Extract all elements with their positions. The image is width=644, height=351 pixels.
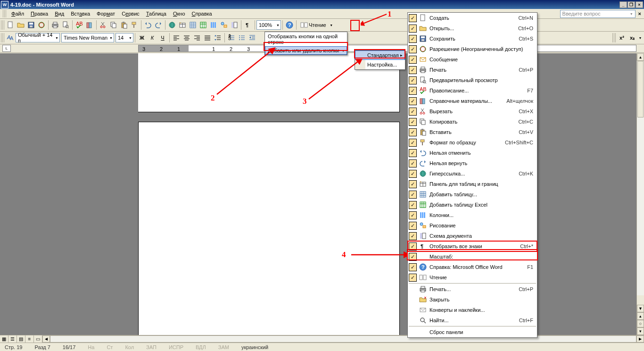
copy-button[interactable] bbox=[108, 20, 119, 30]
help-question-input[interactable]: Введите вопрос ▼ bbox=[560, 10, 636, 18]
styles-pane-button[interactable]: AA bbox=[5, 33, 16, 43]
customize-item-print[interactable]: ✓ПечатьCtrl+P bbox=[408, 65, 537, 75]
superscript-button[interactable]: x² bbox=[617, 33, 627, 43]
scroll-up-button[interactable]: ▲ bbox=[637, 53, 644, 61]
menu-format[interactable]: Формат bbox=[93, 10, 118, 17]
customize-bottom-item-envelope[interactable]: Конверты и наклейки... bbox=[408, 305, 537, 315]
insert-excel-button[interactable] bbox=[198, 20, 208, 30]
print-preview-button[interactable] bbox=[60, 20, 71, 30]
scroll-left-button[interactable]: ◀ bbox=[42, 335, 50, 343]
customize-item-insert-excel[interactable]: ✓Добавить таблицу Excel bbox=[408, 200, 537, 210]
justify-button[interactable] bbox=[202, 33, 213, 43]
web-view-button[interactable]: ☰ bbox=[8, 335, 17, 343]
menu-file[interactable]: Файл bbox=[8, 10, 27, 17]
decrease-indent-button[interactable] bbox=[247, 33, 257, 43]
style-combo[interactable]: Обычный + 14 п▼ bbox=[16, 33, 60, 42]
print-button[interactable] bbox=[50, 20, 60, 30]
cut-button[interactable] bbox=[98, 20, 108, 30]
tables-borders-button[interactable] bbox=[177, 20, 188, 30]
customize-bottom-item-print[interactable]: Печать...Ctrl+P bbox=[408, 284, 537, 294]
customize-item-spell[interactable]: ✓ABCПравописание...F7 bbox=[408, 85, 537, 96]
close-button[interactable]: × bbox=[636, 1, 643, 8]
customize-item-cut[interactable]: ✓ВырезатьCtrl+X bbox=[408, 106, 537, 117]
bold-button[interactable]: Ж bbox=[137, 33, 147, 43]
status-rec[interactable]: ЗАП bbox=[143, 344, 159, 350]
status-trk[interactable]: ИСПР bbox=[166, 344, 186, 350]
save-button[interactable] bbox=[26, 20, 36, 30]
customize-bottom-item-find[interactable]: Найти...Ctrl+F bbox=[408, 315, 537, 326]
doc-map-button[interactable] bbox=[229, 20, 239, 30]
scroll-right-button[interactable]: ▶ bbox=[636, 335, 644, 343]
menu-window[interactable]: Окно bbox=[170, 10, 189, 17]
customize-item-save[interactable]: ✓СохранитьCtrl+S bbox=[408, 33, 537, 44]
customize-item-hyperlink[interactable]: ✓Гиперссылка...Ctrl+K bbox=[408, 168, 537, 179]
columns-button[interactable] bbox=[208, 20, 219, 30]
paste-button[interactable] bbox=[119, 20, 129, 30]
show-one-row-item[interactable]: Отображать кнопки на одной строке bbox=[265, 32, 347, 46]
numbered-list-button[interactable]: 123 bbox=[226, 33, 237, 43]
prev-page-button[interactable]: ▴ bbox=[637, 312, 644, 320]
customize-item-doc-map[interactable]: ✓Схема документа bbox=[408, 231, 537, 241]
hyperlink-button[interactable] bbox=[167, 20, 177, 30]
tab-selector[interactable]: L bbox=[2, 45, 11, 52]
reset-toolbar-item[interactable]: Сброс панели bbox=[408, 327, 537, 337]
print-layout-view-button[interactable]: ▤ bbox=[17, 335, 25, 343]
close-doc-button[interactable]: × bbox=[638, 11, 641, 17]
subscript-button[interactable]: x₂ bbox=[627, 33, 637, 43]
customize-item-reading[interactable]: ✓Чтение bbox=[408, 272, 537, 283]
italic-button[interactable]: К bbox=[147, 33, 157, 43]
customize-item-tables-borders[interactable]: ✓Панель для таблиц и границ bbox=[408, 179, 537, 189]
vertical-scrollbar[interactable]: ▲ ▼ ▴ ○ ▾ bbox=[636, 53, 644, 335]
scroll-thumb[interactable] bbox=[637, 61, 644, 117]
open-button[interactable] bbox=[16, 20, 26, 30]
grip-icon[interactable] bbox=[1, 33, 4, 42]
customize-item-open[interactable]: ✓Открыть...Ctrl+O bbox=[408, 23, 537, 33]
add-remove-buttons-item[interactable]: Добавить или удалить кнопки▾ bbox=[265, 46, 347, 55]
browse-object-button[interactable]: ○ bbox=[637, 320, 644, 327]
customize-item-research[interactable]: ✓Справочные материалы...Alt+щелчок bbox=[408, 96, 537, 106]
show-marks-button[interactable]: ¶ bbox=[243, 20, 253, 30]
toolbar2-options-button[interactable]: ▼ bbox=[637, 33, 643, 43]
outline-view-button[interactable]: ≡ bbox=[25, 335, 34, 343]
menu-insert[interactable]: Вставка bbox=[67, 10, 93, 17]
status-ovr[interactable]: ЗАМ bbox=[215, 344, 232, 350]
permission-button[interactable] bbox=[36, 20, 47, 30]
customize-item-drawing[interactable]: ✓Рисование bbox=[408, 220, 537, 231]
scroll-down-button[interactable]: ▼ bbox=[637, 305, 644, 312]
status-lang[interactable]: украинский bbox=[239, 344, 271, 350]
reading-view-button[interactable]: ▭ bbox=[34, 335, 42, 343]
zoom-combo[interactable]: 100%▼ bbox=[256, 20, 281, 30]
hscroll-track[interactable] bbox=[50, 335, 636, 343]
normal-view-button[interactable]: ▦ bbox=[0, 335, 8, 343]
font-size-combo[interactable]: 14▼ bbox=[116, 33, 133, 42]
reading-button[interactable]: Чтение bbox=[298, 20, 329, 30]
align-left-button[interactable] bbox=[171, 33, 182, 43]
customize-item-help[interactable]: ✓?Справка: Microsoft Office WordF1 bbox=[408, 262, 537, 272]
undo-button[interactable] bbox=[143, 20, 153, 30]
menu-tools[interactable]: Сервис bbox=[118, 10, 143, 17]
customize-item-undo[interactable]: ✓Нельзя отменить bbox=[408, 148, 537, 158]
customize-item-paste[interactable]: ✓ВставитьCtrl+V bbox=[408, 127, 537, 137]
customize-item-columns[interactable]: ✓Колонки... bbox=[408, 210, 537, 220]
grip-icon[interactable] bbox=[1, 20, 4, 30]
customize-item-copy[interactable]: ✓КопироватьCtrl+C bbox=[408, 117, 537, 127]
menu-table[interactable]: Таблица bbox=[143, 10, 170, 17]
standard-toolbar-item[interactable]: Стандартная bbox=[355, 50, 405, 60]
insert-table-button[interactable] bbox=[188, 20, 198, 30]
customize-item-new[interactable]: ✓СоздатьCtrl+N bbox=[408, 13, 537, 23]
align-right-button[interactable] bbox=[192, 33, 202, 43]
font-combo[interactable]: Times New Roman▼ bbox=[61, 33, 114, 42]
new-button[interactable] bbox=[5, 20, 16, 30]
help-button[interactable]: ? bbox=[284, 20, 295, 30]
customize-item-mail[interactable]: ✓Сообщение bbox=[408, 54, 537, 65]
next-page-button[interactable]: ▾ bbox=[637, 327, 644, 335]
customize-item-insert-table[interactable]: ✓Добавить таблицу... bbox=[408, 189, 537, 200]
menu-edit[interactable]: Правка bbox=[27, 10, 51, 17]
research-button[interactable] bbox=[84, 20, 95, 30]
restore-button[interactable]: ❐ bbox=[627, 1, 635, 8]
menu-help[interactable]: Справка bbox=[189, 10, 215, 17]
align-center-button[interactable] bbox=[182, 33, 192, 43]
customize-item-permission[interactable]: ✓Разрешение (Неограниченный доступ) bbox=[408, 44, 537, 54]
customize-item-pilcrow[interactable]: ✓¶Отобразить все знакиCtrl+* bbox=[408, 241, 537, 251]
grip-icon[interactable] bbox=[612, 33, 616, 42]
